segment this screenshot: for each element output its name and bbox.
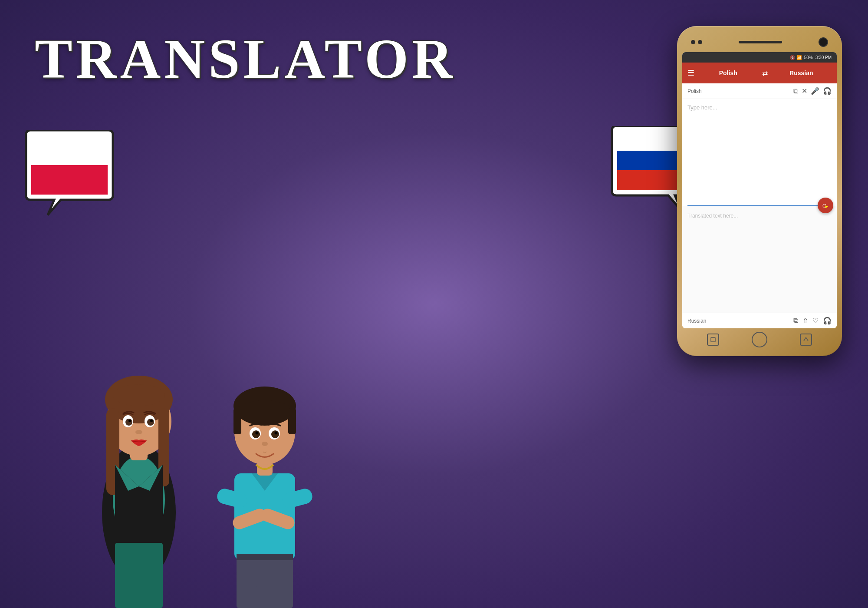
svg-point-38 — [275, 432, 278, 435]
output-section: Translated text here... — [682, 206, 837, 313]
input-section: Polish ⧉ ✕ 🎤 🎧 Type here... G — [682, 83, 837, 328]
clear-input-icon[interactable]: ✕ — [802, 87, 807, 95]
speaker-bar — [739, 41, 782, 43]
swap-languages-icon[interactable]: ⇄ — [762, 69, 768, 77]
translate-button[interactable]: G ▶ — [818, 198, 833, 213]
svg-point-37 — [256, 432, 259, 435]
status-bar: 🔇 📶 50% 3:30 PM — [682, 52, 837, 63]
audio-input-icon[interactable]: 🎧 — [823, 87, 832, 95]
svg-point-36 — [271, 430, 279, 438]
back-nav-button[interactable] — [707, 334, 719, 346]
camera-dot-medium — [698, 40, 702, 44]
phone-nav-bar — [682, 328, 837, 351]
input-language: Polish — [687, 88, 790, 94]
output-action-icons: ⧉ ⇧ ♡ 🎧 — [793, 317, 832, 325]
battery-level: 50% — [804, 55, 813, 60]
app-title: TRANSLATOR — [35, 26, 456, 91]
svg-point-18 — [150, 420, 153, 422]
svg-text:▶: ▶ — [825, 205, 829, 208]
menu-icon[interactable]: ☰ — [687, 68, 694, 78]
input-header: Polish ⧉ ✕ 🎤 🎧 — [682, 83, 837, 99]
svg-rect-0 — [31, 135, 108, 165]
front-camera — [819, 37, 828, 47]
svg-point-39 — [262, 442, 268, 446]
target-language-label[interactable]: Russian — [771, 69, 832, 76]
svg-point-16 — [147, 419, 154, 426]
svg-rect-21 — [119, 586, 135, 608]
svg-rect-1 — [31, 165, 108, 195]
type-input-area[interactable]: Type here... — [682, 99, 837, 205]
svg-point-17 — [128, 420, 131, 422]
female-character — [78, 304, 200, 608]
status-icons: 🔇 📶 — [790, 55, 802, 60]
copy-output-icon[interactable]: ⧉ — [793, 317, 798, 325]
svg-point-19 — [135, 430, 142, 434]
characters-group — [78, 304, 321, 608]
mic-icon[interactable]: 🎤 — [811, 87, 819, 95]
svg-rect-31 — [233, 408, 241, 434]
share-output-icon[interactable]: ⇧ — [802, 317, 808, 325]
svg-rect-43 — [237, 554, 293, 560]
source-language-label[interactable]: Polish — [698, 69, 759, 76]
input-action-icons: ⧉ ✕ 🎤 🎧 — [793, 87, 832, 95]
svg-rect-22 — [143, 586, 158, 608]
input-placeholder: Type here... — [687, 104, 717, 111]
output-language: Russian — [687, 318, 789, 324]
svg-rect-32 — [288, 408, 296, 434]
svg-rect-42 — [271, 586, 291, 608]
home-nav-button[interactable] — [752, 332, 767, 347]
app-toolbar: ☰ Polish ⇄ Russian — [682, 63, 837, 83]
camera-area — [691, 40, 702, 44]
svg-point-35 — [252, 430, 260, 438]
svg-point-15 — [125, 419, 132, 426]
output-footer: Russian ⧉ ⇧ ♡ 🎧 — [682, 313, 837, 328]
audio-output-icon[interactable]: 🎧 — [823, 317, 832, 325]
recent-nav-button[interactable] — [800, 334, 812, 346]
phone-screen: 🔇 📶 50% 3:30 PM ☰ Polish ⇄ Russian Polis… — [682, 52, 837, 328]
polish-flag-bubble — [22, 130, 117, 217]
output-placeholder: Translated text here... — [687, 213, 738, 219]
phone-top-bar — [682, 31, 837, 52]
male-character — [208, 326, 321, 608]
time: 3:30 PM — [815, 55, 832, 60]
favorite-output-icon[interactable]: ♡ — [812, 317, 819, 325]
svg-point-12 — [113, 384, 165, 406]
copy-input-icon[interactable]: ⧉ — [793, 87, 798, 95]
phone-mockup: 🔇 📶 50% 3:30 PM ☰ Polish ⇄ Russian Polis… — [677, 26, 842, 356]
translate-divider: G ▶ — [687, 205, 832, 206]
svg-rect-46 — [711, 337, 715, 342]
camera-dot-small — [691, 40, 695, 44]
svg-rect-41 — [239, 586, 258, 608]
